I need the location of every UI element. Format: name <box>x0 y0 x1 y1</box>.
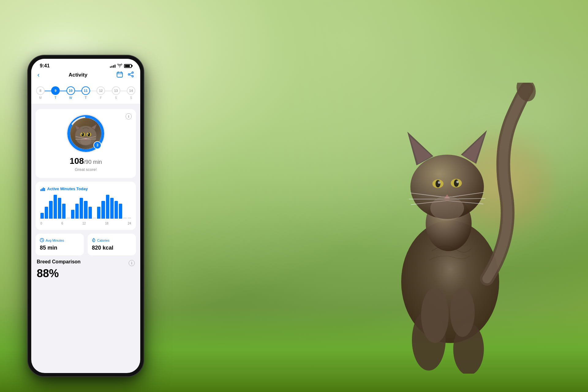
chart-bar-13 <box>97 207 100 219</box>
bar-chart <box>40 195 131 220</box>
activity-score-card: ℹ <box>36 109 136 178</box>
svg-point-47 <box>88 133 89 134</box>
svg-rect-56 <box>43 187 44 191</box>
activity-info-button[interactable]: ℹ <box>126 113 132 119</box>
svg-point-4 <box>450 288 475 337</box>
calories-value: 820 kcal <box>92 245 132 251</box>
main-content: ℹ <box>31 104 140 285</box>
svg-point-3 <box>421 288 449 343</box>
chart-labels: 0 6 12 18 24 <box>40 222 131 225</box>
chart-bar-19 <box>123 217 126 219</box>
svg-point-14 <box>435 180 440 187</box>
day-10-wednesday[interactable]: 10 W <box>66 86 75 100</box>
score-goal: /90 min <box>84 159 102 165</box>
svg-point-17 <box>456 181 459 183</box>
svg-point-45 <box>88 133 90 136</box>
calories-icon <box>92 238 96 243</box>
stats-row: Avg Minutes 85 min Calor <box>36 234 136 255</box>
back-button[interactable]: ‹ <box>37 71 40 79</box>
svg-rect-26 <box>117 72 123 77</box>
svg-point-31 <box>128 74 130 75</box>
day-11-thursday[interactable]: 11 T <box>81 86 90 100</box>
pet-avatar-container: 3 <box>42 115 130 152</box>
status-bar: 9:41 <box>31 59 140 69</box>
chart-bar-18 <box>119 204 122 219</box>
chart-bar-7 <box>71 210 74 219</box>
phone-frame: 9:41 <box>28 55 144 377</box>
phone-device: 9:41 <box>28 55 144 377</box>
svg-point-32 <box>132 76 134 77</box>
svg-line-33 <box>130 73 132 74</box>
day-14-sunday[interactable]: 14 S <box>127 86 135 100</box>
chart-bar-3 <box>54 195 57 219</box>
score-label: Great score! <box>42 167 130 172</box>
chart-bar-14 <box>101 201 105 219</box>
calendar-icon[interactable] <box>116 71 123 79</box>
page-title: Activity <box>69 72 87 78</box>
chart-bar-10 <box>84 201 87 219</box>
wifi-icon <box>117 63 122 68</box>
active-minutes-chart-card: Active Minutes Today 0 6 12 18 24 <box>36 182 136 230</box>
chart-bar-12 <box>93 217 96 219</box>
breed-comparison-section: Breed Comparison ℹ 88% <box>36 259 136 280</box>
day-9-tuesday[interactable]: 9 T <box>51 86 60 100</box>
chart-bar-17 <box>115 201 118 219</box>
battery-icon <box>124 64 132 68</box>
avg-minutes-value: 85 min <box>40 245 80 251</box>
signal-icon <box>110 64 115 68</box>
chart-bar-2 <box>49 201 52 219</box>
level-badge: 3 <box>93 141 101 149</box>
chart-bar-16 <box>110 198 114 219</box>
app-header: ‹ Activity <box>31 69 140 83</box>
svg-point-15 <box>454 179 459 187</box>
calories-title: Calories <box>92 238 132 243</box>
svg-point-46 <box>81 133 83 134</box>
svg-point-44 <box>81 133 84 136</box>
svg-line-60 <box>42 240 43 241</box>
avatar-ring: 3 <box>67 115 104 152</box>
breed-percentage: 88% <box>37 267 135 280</box>
svg-rect-57 <box>44 188 45 191</box>
chart-bar-15 <box>106 195 109 219</box>
header-icons <box>116 71 134 79</box>
chart-bar-6 <box>66 217 70 219</box>
svg-rect-55 <box>42 188 43 191</box>
svg-point-30 <box>132 72 134 74</box>
svg-rect-54 <box>40 189 41 191</box>
chart-title: Active Minutes Today <box>40 187 131 191</box>
day-12-friday[interactable]: 12 F <box>96 86 105 100</box>
chart-bar-4 <box>58 198 61 219</box>
day-13-saturday[interactable]: 13 S <box>112 86 120 100</box>
breed-info-button[interactable]: ℹ <box>129 260 135 266</box>
chart-bar-8 <box>75 204 79 219</box>
avg-minutes-title: Avg Minutes <box>40 238 80 243</box>
day-selector: 8 M 9 T 10 W 11 T <box>31 83 140 104</box>
chart-bar-11 <box>89 207 92 219</box>
day-8-monday[interactable]: 8 M <box>36 86 45 100</box>
chart-icon <box>40 187 45 191</box>
score-value: 108 <box>70 156 84 166</box>
days-inner: 8 M 9 T 10 W 11 T <box>36 86 135 100</box>
share-icon[interactable] <box>127 71 134 79</box>
chart-bar-5 <box>62 204 66 219</box>
svg-point-49 <box>80 138 91 145</box>
svg-point-25 <box>430 196 464 221</box>
avg-minutes-icon <box>40 238 44 243</box>
cat-silhouette <box>355 83 551 374</box>
status-icons <box>110 63 132 68</box>
avg-minutes-card: Avg Minutes 85 min <box>36 234 84 255</box>
score-display: 108/90 min <box>42 156 130 166</box>
phone-screen: 9:41 <box>31 59 140 373</box>
status-time: 9:41 <box>40 63 50 69</box>
chart-bar-20 <box>128 217 131 219</box>
calories-card: Calories 820 kcal <box>88 234 136 255</box>
breed-comparison-title: Breed Comparison <box>37 259 81 265</box>
chart-bar-1 <box>45 207 48 219</box>
chart-bar-0 <box>40 213 44 219</box>
svg-point-16 <box>438 181 440 184</box>
svg-line-34 <box>130 75 132 76</box>
chart-bar-9 <box>80 198 83 219</box>
